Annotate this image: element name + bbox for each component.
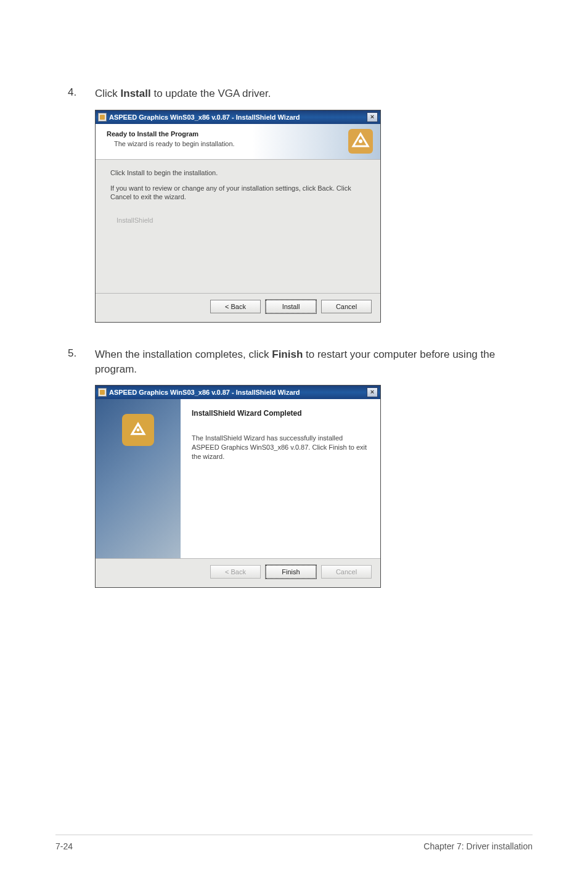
cancel-button[interactable]: Cancel (321, 300, 372, 313)
installer-logo-icon (347, 128, 374, 155)
dialog-header: Ready to Install the Program The wizard … (96, 124, 380, 160)
install-complete-dialog: ASPEED Graphics WinS03_x86 v.0.87 - Inst… (95, 385, 381, 588)
dialog-complete-title: InstallShield Wizard Completed (192, 409, 369, 418)
dialog-body-line: If you want to review or change any of y… (110, 184, 365, 202)
svg-point-1 (359, 139, 362, 143)
step-text: When the installation completes, click F… (95, 347, 526, 377)
back-button[interactable]: < Back (210, 300, 261, 313)
close-icon[interactable]: × (367, 387, 378, 397)
step-number: 5. (68, 347, 95, 360)
back-button: < Back (210, 565, 261, 579)
titlebar: ASPEED Graphics WinS03_x86 v.0.87 - Inst… (96, 386, 380, 399)
dialog-body: InstallShield Wizard Completed The Insta… (96, 399, 380, 558)
dialog-header-title: Ready to Install the Program (107, 130, 372, 138)
dialog-complete-text: The InstallShield Wizard has successfull… (192, 434, 369, 461)
installer-icon (98, 113, 107, 122)
installshield-label: InstallShield (110, 217, 365, 224)
page-number: 7-24 (55, 841, 73, 851)
text-fragment: Click (95, 88, 121, 99)
dialog-body-line: Click Install to begin the installation. (110, 168, 365, 178)
installer-logo-icon (122, 414, 154, 446)
text-bold: Finish (272, 349, 303, 360)
step-number: 4. (68, 86, 95, 99)
svg-point-2 (137, 429, 140, 432)
page-footer: 7-24 Chapter 7: Driver installation (55, 835, 533, 851)
step-4: 4. Click Install to update the VGA drive… (68, 86, 588, 101)
text-fragment: to update the VGA driver. (151, 88, 271, 99)
cancel-button: Cancel (321, 565, 372, 579)
dialog-right-panel: InstallShield Wizard Completed The Insta… (181, 399, 380, 558)
dialog-body: Click Install to begin the installation.… (96, 160, 380, 293)
step-text: Click Install to update the VGA driver. (95, 86, 271, 101)
window-title: ASPEED Graphics WinS03_x86 v.0.87 - Inst… (109, 389, 367, 396)
close-icon[interactable]: × (367, 112, 378, 122)
step-5: 5. When the installation completes, clic… (68, 347, 588, 377)
dialog-header-subtitle: The wizard is ready to begin installatio… (107, 140, 372, 147)
window-title: ASPEED Graphics WinS03_x86 v.0.87 - Inst… (109, 113, 367, 121)
dialog-footer: < Back Finish Cancel (96, 558, 380, 587)
text-fragment: When the installation completes, click (95, 349, 272, 360)
titlebar: ASPEED Graphics WinS03_x86 v.0.87 - Inst… (96, 110, 380, 124)
finish-button[interactable]: Finish (266, 565, 316, 579)
dialog-footer: < Back Install Cancel (96, 293, 380, 322)
text-bold: Install (121, 88, 151, 99)
install-button[interactable]: Install (266, 300, 316, 313)
dialog-left-panel (96, 399, 181, 558)
install-ready-dialog: ASPEED Graphics WinS03_x86 v.0.87 - Inst… (95, 110, 381, 323)
chapter-title: Chapter 7: Driver installation (423, 841, 533, 851)
installer-icon (98, 388, 107, 397)
